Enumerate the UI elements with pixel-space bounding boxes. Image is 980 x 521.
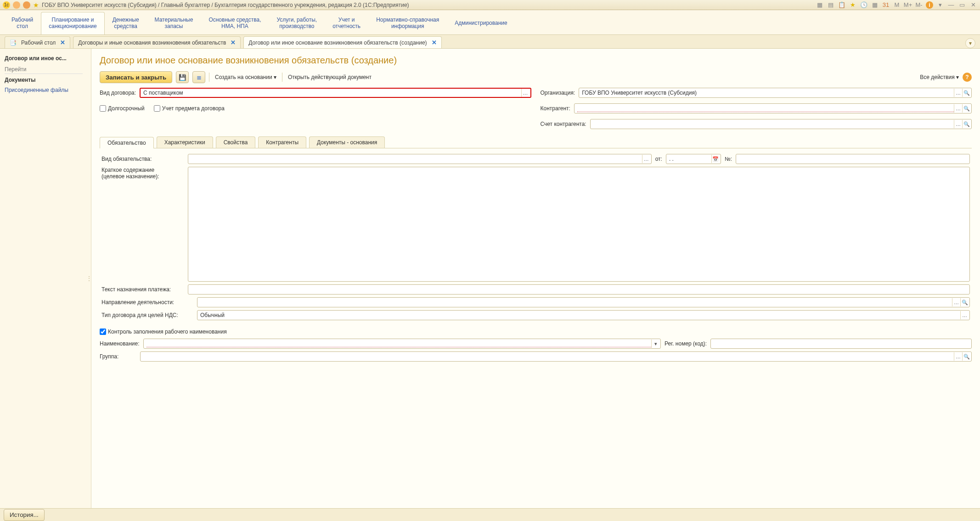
section-nav: Рабочийстол Планирование исанкционирован… xyxy=(0,10,980,35)
lookup-icon[interactable]: 🔍 xyxy=(962,89,970,97)
history-button[interactable]: История... xyxy=(4,509,45,521)
nds-contract-type-input[interactable]: Обычный … xyxy=(197,310,970,320)
reg-number-input[interactable] xyxy=(710,339,972,349)
page-title: Договор или иное основание возникновения… xyxy=(100,55,972,66)
minimize-icon[interactable]: — xyxy=(947,1,955,9)
group-label: Группа: xyxy=(100,353,136,360)
select-icon[interactable]: … xyxy=(521,89,529,97)
window-menu-icon[interactable] xyxy=(13,1,20,9)
section-planning[interactable]: Планирование исанкционирование xyxy=(41,12,104,34)
section-reference[interactable]: Нормативно-справочнаяинформация xyxy=(368,12,447,34)
number-label: №: xyxy=(725,156,732,162)
nds-contract-type-label: Тип договора для целей НДС: xyxy=(101,312,193,318)
section-admin[interactable]: Администрирование xyxy=(447,12,515,34)
lookup-icon[interactable]: 🔍 xyxy=(960,298,969,306)
control-name-fill-checkbox[interactable]: Контроль заполнения рабочего наименовани… xyxy=(100,328,972,335)
select-icon[interactable]: … xyxy=(954,120,962,128)
sidebar-section-goto: Перейти xyxy=(5,66,83,74)
all-actions-button[interactable]: Все действия ▾ xyxy=(920,74,959,80)
short-description-textarea[interactable] xyxy=(188,167,970,282)
sidebar-collapse-handle[interactable]: ⋮ xyxy=(87,49,91,508)
group-input[interactable]: … 🔍 xyxy=(140,351,972,362)
down-icon[interactable]: ▾ xyxy=(936,1,944,9)
save-button[interactable]: 💾 xyxy=(176,71,189,83)
tab-close-icon[interactable]: ✕ xyxy=(231,39,236,46)
contract-type-input[interactable]: С поставщиком … xyxy=(140,88,531,98)
sidebar-title[interactable]: Договор или иное ос... xyxy=(5,53,83,63)
maximize-icon[interactable]: ▭ xyxy=(958,1,966,9)
organization-label: Организация: xyxy=(541,90,575,96)
window-menu2-icon[interactable] xyxy=(23,1,30,9)
obligation-type-input[interactable]: … xyxy=(188,154,652,164)
tab-close-icon[interactable]: ✕ xyxy=(60,39,65,46)
select-icon[interactable]: … xyxy=(954,104,962,113)
tab-desktop[interactable]: 📑 Рабочий стол ✕ xyxy=(5,36,70,48)
name-input[interactable]: ▾ xyxy=(143,339,661,349)
tab-contract-create[interactable]: Договор или иное основание возникновения… xyxy=(243,36,441,48)
select-icon[interactable]: … xyxy=(954,352,962,361)
select-icon[interactable]: … xyxy=(954,89,962,97)
m-icon[interactable]: M xyxy=(893,1,901,9)
select-icon[interactable]: … xyxy=(642,155,650,163)
list-button[interactable]: ≣ xyxy=(192,71,205,83)
sidebar: Договор или иное ос... Перейти Документы… xyxy=(0,49,87,508)
close-icon[interactable]: ✕ xyxy=(969,1,977,9)
inner-tab-basis-documents[interactable]: Документы - основания xyxy=(309,136,385,148)
from-date-label: от: xyxy=(655,156,662,162)
help-icon[interactable]: i xyxy=(926,1,933,9)
organization-input[interactable]: ГОБУ ВПО Университет искусств (Субсидия)… xyxy=(579,88,972,98)
toolbar-icon-3[interactable]: 📋 xyxy=(838,1,846,9)
section-services[interactable]: Услуги, работы,производство xyxy=(269,12,325,34)
toolbar-icon-1[interactable]: ▦ xyxy=(816,1,824,9)
toolbar-icon-2[interactable]: ▤ xyxy=(827,1,835,9)
save-and-close-button[interactable]: Записать и закрыть xyxy=(100,71,172,83)
inner-tabs: Обязательство Характеристики Свойства Ко… xyxy=(100,136,972,148)
app-icon[interactable]: 1c xyxy=(3,1,10,9)
counterparty-input[interactable]: … 🔍 xyxy=(574,103,972,113)
inner-tab-counterparties[interactable]: Контрагенты xyxy=(258,136,306,148)
tab-close-icon[interactable]: ✕ xyxy=(432,39,437,46)
activity-direction-label: Направление деятельности: xyxy=(101,299,193,306)
lookup-icon[interactable]: 🔍 xyxy=(962,104,970,113)
calculator-icon[interactable]: ▦ xyxy=(871,1,879,9)
form-help-icon[interactable]: ? xyxy=(963,73,972,82)
history-icon[interactable]: 🕓 xyxy=(860,1,868,9)
dropdown-icon[interactable]: ▾ xyxy=(651,340,659,348)
mplus-icon[interactable]: M+ xyxy=(904,1,912,9)
tabs-bar: 📑 Рабочий стол ✕ Договоры и иные основан… xyxy=(0,35,980,49)
inner-tab-characteristics[interactable]: Характеристики xyxy=(157,136,213,148)
inner-tab-properties[interactable]: Свойства xyxy=(216,136,256,148)
section-desktop[interactable]: Рабочийстол xyxy=(4,12,41,34)
tab-contracts-list[interactable]: Договоры и иные основания возникновения … xyxy=(73,36,241,48)
sidebar-item-attached-files[interactable]: Присоединенные файлы xyxy=(5,85,83,95)
lookup-icon[interactable]: 🔍 xyxy=(962,352,970,361)
open-current-doc-button[interactable]: Открыть действующий документ xyxy=(286,74,373,80)
number-input[interactable] xyxy=(736,154,970,164)
payment-purpose-input[interactable] xyxy=(188,284,970,294)
sidebar-item-documents[interactable]: Документы xyxy=(5,75,83,85)
section-accounting[interactable]: Учет иотчетность xyxy=(325,12,368,34)
favorites-icon[interactable]: ★ xyxy=(849,1,857,9)
counterparty-account-input[interactable]: … 🔍 xyxy=(590,119,972,129)
counterparty-account-label: Счет контрагента: xyxy=(541,121,586,127)
section-materials[interactable]: Материальныезапасы xyxy=(147,12,201,34)
favorite-icon[interactable]: ★ xyxy=(33,1,39,9)
desktop-tab-icon: 📑 xyxy=(10,40,17,46)
tabs-overflow-icon[interactable]: ▾ xyxy=(965,38,975,48)
calendar-icon[interactable]: 📅 xyxy=(711,155,720,163)
inner-tab-obligation[interactable]: Обязательство xyxy=(100,137,154,148)
payment-purpose-label: Текст назначения платежа: xyxy=(101,286,184,293)
from-date-input[interactable]: . . 📅 xyxy=(666,154,721,164)
mminus-icon[interactable]: M- xyxy=(915,1,923,9)
activity-direction-input[interactable]: … 🔍 xyxy=(197,297,970,307)
select-icon[interactable]: … xyxy=(952,298,960,306)
lookup-icon[interactable]: 🔍 xyxy=(962,120,970,128)
select-icon[interactable]: … xyxy=(960,311,969,319)
calendar-icon[interactable]: 31 xyxy=(882,1,890,9)
section-assets[interactable]: Основные средства,НМА, НПА xyxy=(201,12,269,34)
create-based-on-button[interactable]: Создать на основании ▾ xyxy=(213,74,278,80)
subject-accounting-checkbox[interactable]: Учет предмета договора xyxy=(154,105,225,112)
longterm-checkbox[interactable]: Долгосрочный xyxy=(100,105,145,112)
section-money[interactable]: Денежныесредства xyxy=(105,12,147,34)
status-bar: История... xyxy=(0,508,980,521)
